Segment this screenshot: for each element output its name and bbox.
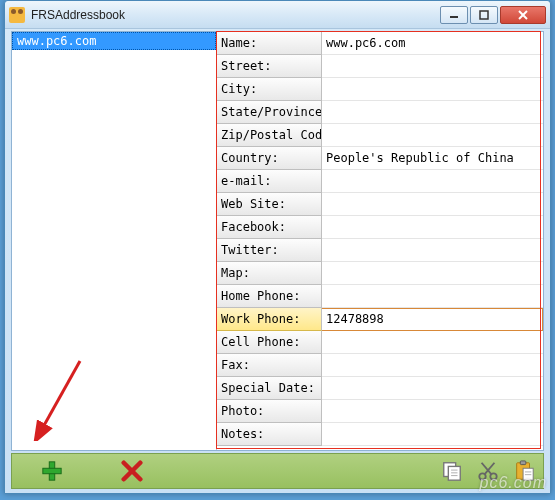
field-value[interactable] — [322, 423, 543, 446]
field-value[interactable] — [322, 331, 543, 354]
field-value[interactable]: www.pc6.com — [322, 32, 543, 55]
maximize-icon — [479, 10, 489, 20]
maximize-button[interactable] — [470, 6, 498, 24]
close-button[interactable] — [500, 6, 546, 24]
field-value[interactable] — [322, 239, 543, 262]
detail-pane: Name:www.pc6.comStreet:City:State/Provin… — [217, 32, 543, 450]
field-label: Name: — [217, 32, 322, 55]
window-controls — [440, 6, 546, 24]
field-value[interactable] — [322, 377, 543, 400]
field-label: Map: — [217, 262, 322, 285]
minimize-button[interactable] — [440, 6, 468, 24]
field-value[interactable] — [322, 216, 543, 239]
svg-rect-18 — [520, 461, 526, 465]
detail-row[interactable]: e-mail: — [217, 170, 543, 193]
field-value[interactable] — [322, 124, 543, 147]
contact-item[interactable]: www.pc6.com — [12, 32, 216, 50]
field-label: Photo: — [217, 400, 322, 423]
field-label: Home Phone: — [217, 285, 322, 308]
field-label: Special Date: — [217, 377, 322, 400]
detail-row[interactable]: Notes: — [217, 423, 543, 446]
app-window: FRSAddressbook www.pc6.com Name:www.pc6.… — [4, 0, 551, 494]
cut-icon[interactable] — [477, 460, 499, 482]
detail-row[interactable]: Facebook: — [217, 216, 543, 239]
x-icon — [121, 460, 143, 482]
minimize-icon — [449, 11, 459, 19]
field-value[interactable] — [322, 262, 543, 285]
detail-row[interactable]: Special Date: — [217, 377, 543, 400]
field-value[interactable]: People's Republic of China — [322, 147, 543, 170]
contact-list[interactable]: www.pc6.com — [12, 32, 217, 450]
detail-row[interactable]: Name:www.pc6.com — [217, 32, 543, 55]
field-value[interactable] — [322, 101, 543, 124]
field-value[interactable] — [322, 78, 543, 101]
field-label: Web Site: — [217, 193, 322, 216]
svg-rect-1 — [480, 11, 488, 19]
copy-icon[interactable] — [441, 460, 463, 482]
delete-button[interactable] — [92, 454, 172, 488]
paste-icon[interactable] — [513, 460, 535, 482]
detail-row[interactable]: Cell Phone: — [217, 331, 543, 354]
field-label: Fax: — [217, 354, 322, 377]
detail-row[interactable]: City: — [217, 78, 543, 101]
field-label: Country: — [217, 147, 322, 170]
plus-icon — [41, 460, 63, 482]
window-title: FRSAddressbook — [31, 8, 440, 22]
field-label: Facebook: — [217, 216, 322, 239]
field-value[interactable] — [322, 170, 543, 193]
field-label: Cell Phone: — [217, 331, 322, 354]
field-label: Notes: — [217, 423, 322, 446]
field-label: State/Province: — [217, 101, 322, 124]
svg-rect-19 — [523, 468, 533, 480]
detail-row[interactable]: Fax: — [217, 354, 543, 377]
close-icon — [517, 9, 529, 21]
field-label: Zip/Postal Code: — [217, 124, 322, 147]
detail-row[interactable]: Zip/Postal Code: — [217, 124, 543, 147]
detail-row[interactable]: Work Phone:12478898 — [217, 308, 543, 331]
add-button[interactable] — [12, 454, 92, 488]
field-label: Street: — [217, 55, 322, 78]
svg-rect-5 — [43, 468, 61, 474]
field-value[interactable]: 12478898 — [322, 308, 543, 331]
field-value[interactable] — [322, 400, 543, 423]
detail-row[interactable]: Country:People's Republic of China — [217, 147, 543, 170]
field-label: City: — [217, 78, 322, 101]
detail-row[interactable]: Photo: — [217, 400, 543, 423]
detail-row[interactable]: Twitter: — [217, 239, 543, 262]
detail-row[interactable]: State/Province: — [217, 101, 543, 124]
detail-row[interactable]: Home Phone: — [217, 285, 543, 308]
titlebar[interactable]: FRSAddressbook — [5, 1, 550, 29]
field-label: Work Phone: — [217, 308, 322, 331]
field-label: e-mail: — [217, 170, 322, 193]
field-value[interactable] — [322, 193, 543, 216]
field-value[interactable] — [322, 55, 543, 78]
client-area: www.pc6.com Name:www.pc6.comStreet:City:… — [11, 31, 544, 451]
toolbar — [11, 453, 544, 489]
field-label: Twitter: — [217, 239, 322, 262]
detail-row[interactable]: Street: — [217, 55, 543, 78]
app-icon — [9, 7, 25, 23]
field-value[interactable] — [322, 285, 543, 308]
field-value[interactable] — [322, 354, 543, 377]
detail-row[interactable]: Map: — [217, 262, 543, 285]
detail-row[interactable]: Web Site: — [217, 193, 543, 216]
